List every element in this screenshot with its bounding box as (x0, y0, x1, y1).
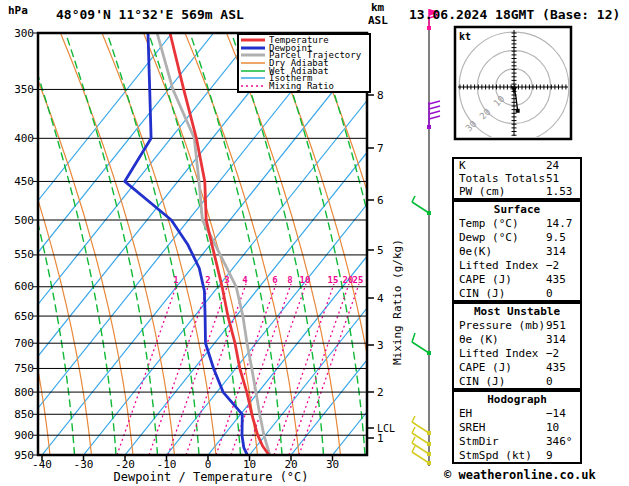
mixing-ratio-value-label: 6 (272, 276, 277, 285)
panel-most-unstable-title: Most Unstable (454, 304, 580, 318)
panel-row-label: Lifted Index (459, 259, 538, 272)
panel-row-label: Temp (°C) (459, 217, 519, 230)
temp-tick-label: 10 (243, 459, 256, 470)
station-title: 48°09'N 11°32'E 569m ASL (56, 8, 244, 21)
panel-row: StmDir346° (454, 434, 580, 448)
panel-row: θe (K)314 (454, 332, 580, 346)
panel-row: θe(K)314 (454, 244, 580, 258)
temp-tick-label: -40 (32, 459, 52, 470)
mixing-ratio-value-label: 4 (242, 276, 247, 285)
panel-row: CAPE (J)435 (454, 272, 580, 286)
legend: TemperatureDewpointParcel TrajectoryDry … (237, 33, 371, 93)
panel-row: EH−14 (454, 406, 580, 420)
legend-line-sample (241, 68, 265, 74)
storm-motion-dot (516, 109, 520, 113)
km-tick-label: 7 (377, 143, 384, 154)
skewt-sounding-app: { "header": { "station_title": "48°09'N … (0, 0, 629, 486)
panel-row-label: CAPE (J) (459, 273, 512, 286)
panel-row-label: EH (459, 407, 472, 420)
dry-adiabat-line (0, 33, 9, 455)
pressure-tick-label: 400 (14, 133, 34, 144)
height-unit-km: km (371, 2, 384, 13)
panel-row-label: StmDir (459, 435, 499, 448)
pressure-tick-label: 850 (14, 409, 34, 420)
mixing-ratio-value-label: 10 (300, 276, 311, 285)
panel-row-value: 0 (546, 374, 553, 389)
panel-row: Totals Totals51 (454, 172, 580, 185)
panel-row-value: 51 (546, 172, 559, 186)
mixing-ratio-value-label: 15 (328, 276, 339, 285)
panel-row-value: 9 (546, 448, 553, 463)
panel-row: SREH10 (454, 420, 580, 434)
legend-item: Mixing Ratio (241, 82, 369, 90)
panel-row-label: Dewp (°C) (459, 231, 519, 244)
km-tick-label: 4 (377, 293, 384, 304)
pressure-tick-label: 300 (14, 28, 34, 39)
mixing-ratio-value-label: 8 (287, 276, 292, 285)
pressure-unit-label: hPa (8, 5, 28, 16)
panel-surface: Surface Temp (°C)14.7Dewp (°C)9.5θe(K)31… (452, 200, 582, 302)
temp-tick-label: -20 (115, 459, 135, 470)
temp-tick-label: 30 (326, 459, 339, 470)
mixing-ratio-value-label: 1 (173, 276, 178, 285)
panel-row-label: θe (K) (459, 333, 499, 346)
panel-hodograph-title: Hodograph (454, 392, 580, 406)
temp-tick-label: 20 (284, 459, 297, 470)
pressure-tick-label: 800 (14, 387, 34, 398)
panel-row-value: 435 (546, 272, 566, 287)
km-tick-label: 1 (377, 433, 384, 444)
panel-row-label: Lifted Index (459, 347, 538, 360)
pressure-tick-label: 500 (14, 215, 34, 226)
panel-row: Lifted Index−2 (454, 258, 580, 272)
panel-row-value: 10 (546, 420, 559, 435)
pressure-tick-label: 450 (14, 176, 34, 187)
mixing-ratio-value-label: 3 (224, 276, 229, 285)
panel-indices: K24Totals Totals51PW (cm)1.53 (452, 157, 582, 200)
panel-row: Lifted Index−2 (454, 346, 580, 360)
mixing-ratio-line (216, 284, 276, 455)
panel-row: CIN (J)0 (454, 374, 580, 388)
panel-row: PW (cm)1.53 (454, 185, 580, 198)
height-unit-asl: ASL (368, 15, 388, 26)
legend-line-sample (241, 83, 265, 89)
panel-row-label: Totals Totals (459, 172, 545, 185)
legend-line-sample (241, 75, 265, 81)
km-tick-label: 6 (377, 195, 384, 206)
panel-row-value: 314 (546, 244, 566, 259)
km-tick-label: 3 (377, 340, 384, 351)
copyright: © weatheronline.co.uk (444, 469, 596, 481)
temp-tick-label: -30 (74, 459, 94, 470)
datetime-title: 13.06.2024 18GMT (Base: 12) (409, 8, 620, 21)
temp-tick-label: -10 (157, 459, 177, 470)
panel-row-value: −2 (546, 258, 559, 273)
panel-row: CIN (J)0 (454, 286, 580, 300)
legend-line-sample (241, 52, 265, 58)
panel-row-value: 0 (546, 286, 553, 301)
mixing-ratio-line (299, 284, 359, 455)
panel-row-label: K (459, 159, 466, 172)
pressure-tick-label: 350 (14, 84, 34, 95)
legend-line-sample (241, 60, 265, 66)
panel-row: Pressure (mb)951 (454, 318, 580, 332)
panel-row-value: 14.7 (546, 216, 573, 231)
pressure-tick-label: 950 (14, 450, 34, 461)
panel-row-label: StmSpd (kt) (459, 449, 532, 462)
mixing-ratio-line (289, 284, 349, 455)
pressure-tick-label: 700 (14, 338, 34, 349)
pressure-tick-label: 650 (14, 311, 34, 322)
x-axis-label: Dewpoint / Temperature (°C) (113, 471, 308, 483)
panel-row-label: CAPE (J) (459, 361, 512, 374)
pressure-tick-label: 900 (14, 430, 34, 441)
mixing-ratio-line (186, 284, 246, 455)
temp-tick-label: 0 (205, 459, 212, 470)
panel-row-label: Pressure (mb) (459, 319, 545, 332)
panel-row-label: PW (cm) (459, 185, 505, 198)
km-tick-label: 2 (377, 387, 384, 398)
panel-row-value: −2 (546, 346, 559, 361)
mixing-ratio-value-label: 25 (353, 276, 364, 285)
mixing-ratio-axis-label: Mixing Ratio (g/kg) (392, 239, 403, 365)
legend-item-label: Mixing Ratio (269, 82, 334, 90)
panel-row: K24 (454, 159, 580, 172)
panel-row: CAPE (J)435 (454, 360, 580, 374)
mixing-ratio-value-label: 2 (205, 276, 210, 285)
